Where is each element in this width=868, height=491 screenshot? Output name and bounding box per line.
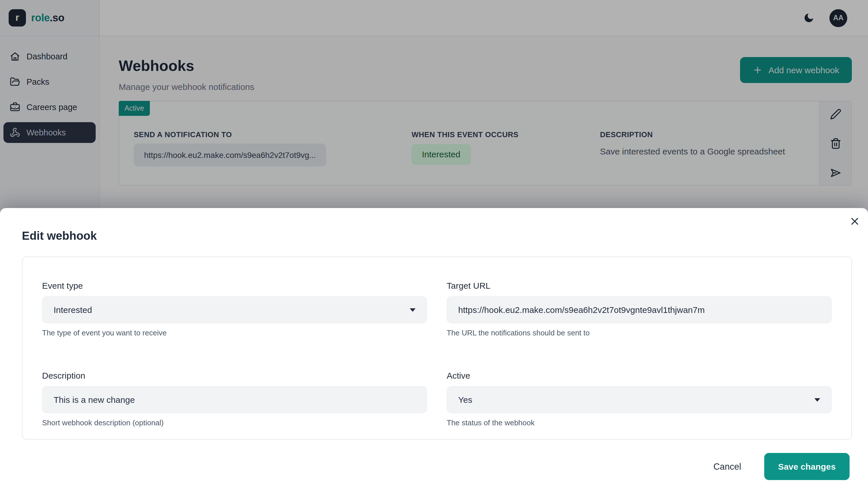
description-input[interactable]: [42, 386, 427, 413]
active-label: Active: [447, 370, 832, 381]
target-url-helper: The URL the notifications should be sent…: [447, 328, 832, 338]
description-label: Description: [42, 370, 427, 381]
active-select[interactable]: Yes: [447, 386, 832, 413]
event-type-field-group: Event type Interested The type of event …: [42, 280, 427, 338]
target-url-input[interactable]: [447, 296, 832, 323]
event-type-select[interactable]: Interested: [42, 296, 427, 323]
modal-footer: Cancel Save changes: [0, 453, 849, 480]
target-url-label: Target URL: [447, 280, 832, 291]
chevron-down-icon: [814, 398, 820, 401]
edit-webhook-modal: Edit webhook Event type Interested The t…: [0, 208, 868, 491]
target-url-field-group: Target URL The URL the notifications sho…: [447, 280, 832, 338]
app-root: r role.so Dashboard Packs: [0, 0, 868, 491]
modal-title: Edit webhook: [22, 229, 868, 243]
active-selected-value: Yes: [458, 395, 472, 405]
chevron-down-icon: [410, 308, 415, 312]
event-type-helper: The type of event you want to receive: [42, 328, 427, 338]
description-helper: Short webhook description (optional): [42, 418, 427, 428]
active-helper: The status of the webhook: [447, 418, 832, 428]
active-field-group: Active Yes The status of the webhook: [447, 370, 832, 428]
cancel-button[interactable]: Cancel: [707, 458, 747, 475]
event-type-selected-value: Interested: [54, 305, 92, 315]
event-type-label: Event type: [42, 280, 427, 291]
close-icon[interactable]: [849, 215, 861, 227]
description-field-group: Description Short webhook description (o…: [42, 370, 427, 428]
save-changes-button[interactable]: Save changes: [764, 453, 849, 480]
edit-webhook-form-panel: Event type Interested The type of event …: [22, 256, 852, 440]
